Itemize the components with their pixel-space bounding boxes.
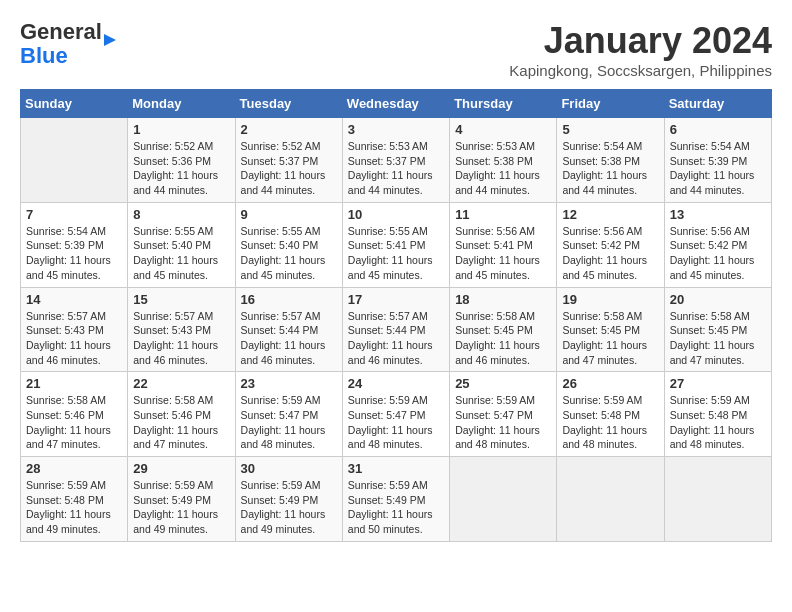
day-info: Sunrise: 5:55 AMSunset: 5:40 PMDaylight:… bbox=[241, 224, 337, 283]
day-number: 13 bbox=[670, 207, 766, 222]
calendar-cell: 1Sunrise: 5:52 AMSunset: 5:36 PMDaylight… bbox=[128, 118, 235, 203]
day-number: 31 bbox=[348, 461, 444, 476]
day-number: 23 bbox=[241, 376, 337, 391]
day-number: 26 bbox=[562, 376, 658, 391]
calendar-cell: 27Sunrise: 5:59 AMSunset: 5:48 PMDayligh… bbox=[664, 372, 771, 457]
calendar-cell: 20Sunrise: 5:58 AMSunset: 5:45 PMDayligh… bbox=[664, 287, 771, 372]
calendar-cell bbox=[21, 118, 128, 203]
day-number: 4 bbox=[455, 122, 551, 137]
calendar-cell: 31Sunrise: 5:59 AMSunset: 5:49 PMDayligh… bbox=[342, 457, 449, 542]
calendar-subtitle: Kapingkong, Soccsksargen, Philippines bbox=[509, 62, 772, 79]
day-number: 1 bbox=[133, 122, 229, 137]
calendar-cell bbox=[664, 457, 771, 542]
day-info: Sunrise: 5:53 AMSunset: 5:37 PMDaylight:… bbox=[348, 139, 444, 198]
day-number: 30 bbox=[241, 461, 337, 476]
calendar-cell: 19Sunrise: 5:58 AMSunset: 5:45 PMDayligh… bbox=[557, 287, 664, 372]
day-header-saturday: Saturday bbox=[664, 90, 771, 118]
day-info: Sunrise: 5:59 AMSunset: 5:47 PMDaylight:… bbox=[348, 393, 444, 452]
day-info: Sunrise: 5:57 AMSunset: 5:44 PMDaylight:… bbox=[241, 309, 337, 368]
day-info: Sunrise: 5:56 AMSunset: 5:41 PMDaylight:… bbox=[455, 224, 551, 283]
calendar-body: 1Sunrise: 5:52 AMSunset: 5:36 PMDaylight… bbox=[21, 118, 772, 542]
calendar-cell: 5Sunrise: 5:54 AMSunset: 5:38 PMDaylight… bbox=[557, 118, 664, 203]
calendar-cell: 6Sunrise: 5:54 AMSunset: 5:39 PMDaylight… bbox=[664, 118, 771, 203]
day-number: 6 bbox=[670, 122, 766, 137]
day-info: Sunrise: 5:58 AMSunset: 5:45 PMDaylight:… bbox=[562, 309, 658, 368]
day-number: 11 bbox=[455, 207, 551, 222]
day-number: 27 bbox=[670, 376, 766, 391]
calendar-week-3: 14Sunrise: 5:57 AMSunset: 5:43 PMDayligh… bbox=[21, 287, 772, 372]
day-info: Sunrise: 5:52 AMSunset: 5:37 PMDaylight:… bbox=[241, 139, 337, 198]
calendar-week-5: 28Sunrise: 5:59 AMSunset: 5:48 PMDayligh… bbox=[21, 457, 772, 542]
day-header-sunday: Sunday bbox=[21, 90, 128, 118]
day-info: Sunrise: 5:57 AMSunset: 5:43 PMDaylight:… bbox=[26, 309, 122, 368]
calendar-cell: 23Sunrise: 5:59 AMSunset: 5:47 PMDayligh… bbox=[235, 372, 342, 457]
day-info: Sunrise: 5:58 AMSunset: 5:45 PMDaylight:… bbox=[670, 309, 766, 368]
day-info: Sunrise: 5:53 AMSunset: 5:38 PMDaylight:… bbox=[455, 139, 551, 198]
calendar-cell: 29Sunrise: 5:59 AMSunset: 5:49 PMDayligh… bbox=[128, 457, 235, 542]
day-number: 22 bbox=[133, 376, 229, 391]
day-number: 5 bbox=[562, 122, 658, 137]
day-info: Sunrise: 5:56 AMSunset: 5:42 PMDaylight:… bbox=[562, 224, 658, 283]
calendar-cell: 14Sunrise: 5:57 AMSunset: 5:43 PMDayligh… bbox=[21, 287, 128, 372]
calendar-cell: 10Sunrise: 5:55 AMSunset: 5:41 PMDayligh… bbox=[342, 202, 449, 287]
calendar-table: SundayMondayTuesdayWednesdayThursdayFrid… bbox=[20, 89, 772, 542]
day-info: Sunrise: 5:52 AMSunset: 5:36 PMDaylight:… bbox=[133, 139, 229, 198]
day-info: Sunrise: 5:59 AMSunset: 5:48 PMDaylight:… bbox=[562, 393, 658, 452]
day-info: Sunrise: 5:57 AMSunset: 5:44 PMDaylight:… bbox=[348, 309, 444, 368]
day-header-wednesday: Wednesday bbox=[342, 90, 449, 118]
day-info: Sunrise: 5:54 AMSunset: 5:39 PMDaylight:… bbox=[26, 224, 122, 283]
day-info: Sunrise: 5:55 AMSunset: 5:40 PMDaylight:… bbox=[133, 224, 229, 283]
day-number: 29 bbox=[133, 461, 229, 476]
day-header-thursday: Thursday bbox=[450, 90, 557, 118]
calendar-week-1: 1Sunrise: 5:52 AMSunset: 5:36 PMDaylight… bbox=[21, 118, 772, 203]
calendar-cell: 2Sunrise: 5:52 AMSunset: 5:37 PMDaylight… bbox=[235, 118, 342, 203]
svg-marker-0 bbox=[104, 34, 116, 46]
logo-general: General bbox=[20, 19, 102, 44]
day-number: 8 bbox=[133, 207, 229, 222]
calendar-cell: 9Sunrise: 5:55 AMSunset: 5:40 PMDaylight… bbox=[235, 202, 342, 287]
calendar-cell: 24Sunrise: 5:59 AMSunset: 5:47 PMDayligh… bbox=[342, 372, 449, 457]
day-number: 25 bbox=[455, 376, 551, 391]
day-info: Sunrise: 5:54 AMSunset: 5:38 PMDaylight:… bbox=[562, 139, 658, 198]
calendar-cell: 8Sunrise: 5:55 AMSunset: 5:40 PMDaylight… bbox=[128, 202, 235, 287]
calendar-cell: 18Sunrise: 5:58 AMSunset: 5:45 PMDayligh… bbox=[450, 287, 557, 372]
day-number: 15 bbox=[133, 292, 229, 307]
day-info: Sunrise: 5:58 AMSunset: 5:46 PMDaylight:… bbox=[133, 393, 229, 452]
day-number: 24 bbox=[348, 376, 444, 391]
day-number: 3 bbox=[348, 122, 444, 137]
day-info: Sunrise: 5:58 AMSunset: 5:46 PMDaylight:… bbox=[26, 393, 122, 452]
day-number: 7 bbox=[26, 207, 122, 222]
title-block: January 2024 Kapingkong, Soccsksargen, P… bbox=[509, 20, 772, 79]
logo: General Blue bbox=[20, 20, 116, 68]
logo-blue: Blue bbox=[20, 43, 68, 68]
day-number: 9 bbox=[241, 207, 337, 222]
day-number: 28 bbox=[26, 461, 122, 476]
calendar-cell: 7Sunrise: 5:54 AMSunset: 5:39 PMDaylight… bbox=[21, 202, 128, 287]
calendar-cell: 4Sunrise: 5:53 AMSunset: 5:38 PMDaylight… bbox=[450, 118, 557, 203]
calendar-week-2: 7Sunrise: 5:54 AMSunset: 5:39 PMDaylight… bbox=[21, 202, 772, 287]
day-number: 21 bbox=[26, 376, 122, 391]
day-info: Sunrise: 5:59 AMSunset: 5:48 PMDaylight:… bbox=[26, 478, 122, 537]
calendar-week-4: 21Sunrise: 5:58 AMSunset: 5:46 PMDayligh… bbox=[21, 372, 772, 457]
calendar-cell: 21Sunrise: 5:58 AMSunset: 5:46 PMDayligh… bbox=[21, 372, 128, 457]
calendar-cell: 11Sunrise: 5:56 AMSunset: 5:41 PMDayligh… bbox=[450, 202, 557, 287]
day-number: 16 bbox=[241, 292, 337, 307]
day-info: Sunrise: 5:59 AMSunset: 5:48 PMDaylight:… bbox=[670, 393, 766, 452]
day-header-tuesday: Tuesday bbox=[235, 90, 342, 118]
day-header-friday: Friday bbox=[557, 90, 664, 118]
day-number: 20 bbox=[670, 292, 766, 307]
logo-text: General Blue bbox=[20, 20, 116, 68]
calendar-cell: 3Sunrise: 5:53 AMSunset: 5:37 PMDaylight… bbox=[342, 118, 449, 203]
day-number: 17 bbox=[348, 292, 444, 307]
day-info: Sunrise: 5:54 AMSunset: 5:39 PMDaylight:… bbox=[670, 139, 766, 198]
day-number: 2 bbox=[241, 122, 337, 137]
calendar-cell: 17Sunrise: 5:57 AMSunset: 5:44 PMDayligh… bbox=[342, 287, 449, 372]
calendar-cell: 30Sunrise: 5:59 AMSunset: 5:49 PMDayligh… bbox=[235, 457, 342, 542]
day-number: 14 bbox=[26, 292, 122, 307]
header-row: SundayMondayTuesdayWednesdayThursdayFrid… bbox=[21, 90, 772, 118]
day-header-monday: Monday bbox=[128, 90, 235, 118]
day-info: Sunrise: 5:59 AMSunset: 5:49 PMDaylight:… bbox=[348, 478, 444, 537]
calendar-cell: 13Sunrise: 5:56 AMSunset: 5:42 PMDayligh… bbox=[664, 202, 771, 287]
day-info: Sunrise: 5:59 AMSunset: 5:47 PMDaylight:… bbox=[455, 393, 551, 452]
calendar-cell: 12Sunrise: 5:56 AMSunset: 5:42 PMDayligh… bbox=[557, 202, 664, 287]
